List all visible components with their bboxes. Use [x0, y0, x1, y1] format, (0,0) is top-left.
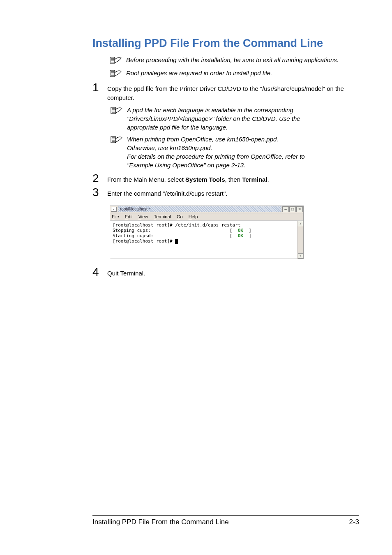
footer-title: Installing PPD File From the Command Lin… [92, 518, 229, 526]
page-heading: Installing PPD File From the Command Lin… [92, 37, 359, 50]
step-1: 1 Copy the ppd file from the Printer Dri… [92, 82, 359, 102]
note-icon [109, 69, 124, 78]
note-1: Before proceeding with the installation,… [92, 56, 359, 65]
scrollbar[interactable]: ▴ ▾ [297, 221, 303, 259]
menu-file[interactable]: File [112, 214, 119, 219]
step-text: Copy the ppd file from the Printer Drive… [107, 82, 359, 102]
terminal-screenshot: ▾ root@localhost:~ – □ ✕ File Edit View … [110, 206, 359, 259]
page-number: 2-3 [349, 518, 359, 526]
scroll-down-icon[interactable]: ▾ [298, 253, 303, 259]
window-title: root@localhost:~ [118, 206, 281, 212]
menu-help[interactable]: Help [189, 214, 198, 219]
step-number: 4 [92, 266, 107, 278]
maximize-button[interactable]: □ [289, 206, 296, 212]
scroll-up-icon[interactable]: ▴ [298, 221, 303, 226]
menu-view[interactable]: View [138, 214, 148, 219]
close-button[interactable]: ✕ [296, 206, 303, 212]
terminal-output[interactable]: [root@localhost root]# /etc/init.d/cups … [110, 221, 297, 259]
note-text: Before proceeding with the installation,… [126, 56, 339, 64]
note-text: A ppd file for each language is availabl… [127, 106, 308, 132]
minimize-button[interactable]: – [282, 206, 289, 212]
note-icon [110, 135, 125, 144]
note-4: When printing from OpenOffice, use km165… [110, 135, 359, 169]
step-number: 3 [92, 187, 107, 198]
window-menu-icon[interactable]: ▾ [111, 207, 117, 212]
menu-edit[interactable]: Edit [125, 214, 133, 219]
terminal-titlebar: ▾ root@localhost:~ – □ ✕ [110, 206, 303, 213]
note-text: Root privileges are required in order to… [126, 69, 272, 77]
note-icon [110, 106, 125, 115]
page-footer: Installing PPD File From the Command Lin… [92, 515, 359, 526]
menu-go[interactable]: Go [177, 214, 183, 219]
terminal-menubar: File Edit View Terminal Go Help [110, 213, 303, 221]
step-4: 4 Quit Terminal. [92, 266, 359, 278]
note-text: When printing from OpenOffice, use km165… [127, 135, 308, 169]
step-text: From the Main Menu, select System Tools,… [107, 173, 269, 184]
note-3: A ppd file for each language is availabl… [110, 106, 359, 132]
step-text: Quit Terminal. [107, 266, 145, 278]
step-2: 2 From the Main Menu, select System Tool… [92, 173, 359, 184]
menu-terminal[interactable]: Terminal [154, 214, 171, 219]
note-2: Root privileges are required in order to… [92, 69, 359, 78]
cursor-icon [175, 239, 178, 244]
step-number: 2 [92, 173, 107, 184]
step-number: 1 [92, 82, 107, 93]
note-icon [109, 56, 124, 65]
step-text: Enter the command "/etc/init.d/cups rest… [107, 187, 227, 198]
step-3: 3 Enter the command "/etc/init.d/cups re… [92, 187, 359, 198]
